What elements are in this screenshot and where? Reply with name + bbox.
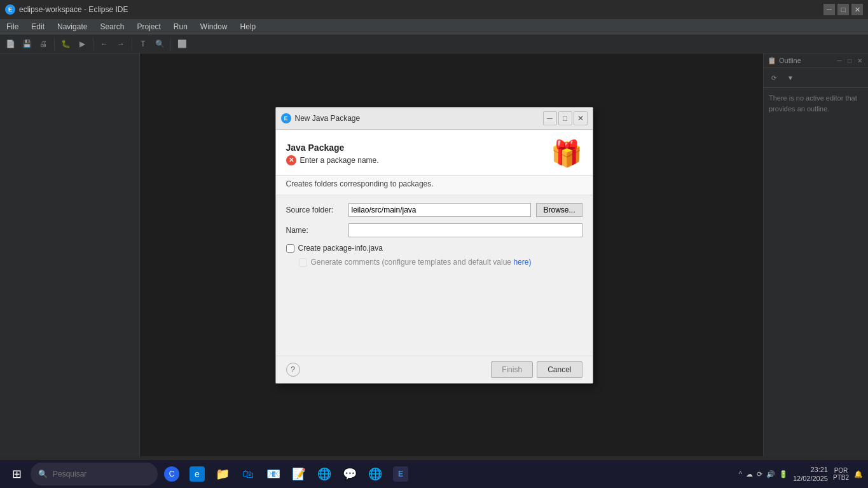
taskbar-icon-store[interactable]: 🛍 — [237, 463, 259, 485]
menu-edit[interactable]: Edit — [25, 19, 51, 34]
notification-bell: 🔔 — [854, 470, 863, 478]
generate-comments-row: Generate comments (configure templates a… — [299, 258, 582, 267]
menu-file[interactable]: File — [0, 19, 25, 34]
finish-button[interactable]: Finish — [491, 361, 533, 378]
taskbar-clock: 23:21 12/02/2025 — [793, 465, 828, 484]
configure-text: (configure templates and default value — [382, 258, 511, 267]
menu-navigate[interactable]: Navigate — [51, 19, 93, 34]
taskbar-search-input[interactable] — [53, 470, 142, 478]
create-pkg-info-row: Create package-info.java — [286, 244, 582, 253]
dialog-titlebar: E New Java Package ─ □ ✕ — [276, 108, 593, 130]
source-folder-label: Source folder: — [286, 206, 343, 214]
source-folder-row: Source folder: Browse... — [286, 203, 582, 217]
cloud-icon: ☁ — [746, 470, 753, 478]
create-pkg-info-checkbox[interactable] — [286, 244, 294, 253]
dialog-titlebar-left: E New Java Package — [281, 113, 361, 123]
taskbar-icon-chromium[interactable]: 🌐 — [364, 463, 387, 485]
configure-here-link[interactable]: here) — [513, 258, 531, 267]
clock-time: 23:21 — [793, 465, 828, 474]
new-java-package-dialog: E New Java Package ─ □ ✕ Java Package ✕ — [275, 107, 593, 384]
maximize-button[interactable]: □ — [837, 4, 849, 15]
menu-search[interactable]: Search — [93, 19, 130, 34]
sticky-icon: 📝 — [291, 466, 307, 482]
tray-up-icon: ^ — [739, 470, 742, 478]
name-row: Name: — [286, 223, 582, 237]
clock-date: 12/02/2025 — [793, 474, 828, 483]
taskbar-icon-cortana[interactable]: C — [160, 463, 183, 485]
error-icon: ✕ — [286, 155, 296, 165]
error-message: Enter a package name. — [300, 156, 379, 165]
taskbar-right: ^ ☁ ⟳ 🔊 🔋 23:21 12/02/2025 POR PTB2 🔔 — [739, 465, 863, 484]
dialog-overlay: E New Java Package ─ □ ✕ Java Package ✕ — [0, 34, 868, 456]
window-title: eclipse-workspace - Eclipse IDE — [19, 5, 128, 14]
taskbar-search-box[interactable]: 🔍 — [31, 463, 158, 485]
taskbar-icon-edge[interactable]: e — [186, 463, 209, 485]
minimize-button[interactable]: ─ — [823, 4, 835, 15]
title-bar: E eclipse-workspace - Eclipse IDE ─ □ ✕ — [0, 0, 868, 19]
search-icon: 🔍 — [38, 470, 48, 478]
battery-icon: 🔋 — [779, 470, 788, 478]
explorer-icon: 📁 — [215, 466, 230, 482]
cancel-button[interactable]: Cancel — [537, 361, 582, 378]
app-logo: E — [5, 4, 15, 15]
system-tray: ^ ☁ ⟳ 🔊 🔋 — [739, 470, 788, 478]
taskbar-icon-eclipse[interactable]: E — [389, 463, 412, 485]
speaker-icon: 🔊 — [766, 470, 775, 478]
dialog-body: Java Package ✕ Enter a package name. 🎁 C… — [276, 130, 593, 383]
whatsapp-icon: 💬 — [342, 466, 357, 482]
dialog-footer: ? Finish Cancel — [276, 356, 593, 383]
dialog-minimize-button[interactable]: ─ — [543, 111, 557, 125]
taskbar-icon-chrome[interactable]: 🌐 — [313, 463, 336, 485]
dialog-window-controls: ─ □ ✕ — [543, 111, 588, 125]
create-pkg-info-label: Create package-info.java — [298, 244, 383, 253]
window-controls: ─ □ ✕ — [823, 4, 863, 15]
taskbar-icon-explorer[interactable]: 📁 — [211, 463, 234, 485]
dialog-description: Creates folders corresponding to package… — [276, 175, 593, 195]
dialog-header: Java Package ✕ Enter a package name. 🎁 — [276, 130, 593, 175]
cortana-icon: C — [164, 466, 179, 482]
close-button[interactable]: ✕ — [851, 4, 863, 15]
generate-comments-label: Generate comments (configure templates a… — [311, 258, 532, 267]
dialog-spacer — [276, 279, 593, 356]
locale-label: POR PTB2 — [833, 467, 849, 481]
menu-project[interactable]: Project — [130, 19, 167, 34]
browse-button[interactable]: Browse... — [536, 203, 582, 217]
menu-bar: File Edit Navigate Search Project Run Wi… — [0, 19, 868, 34]
dialog-maximize-button[interactable]: □ — [558, 111, 572, 125]
dialog-title: New Java Package — [295, 114, 361, 123]
name-input[interactable] — [348, 223, 582, 237]
taskbar-icon-outlook[interactable]: 📧 — [262, 463, 285, 485]
dialog-header-text: Java Package ✕ Enter a package name. — [286, 143, 379, 165]
dialog-form: Source folder: Browse... Name: Create pa… — [276, 195, 593, 279]
outlook-icon: 📧 — [266, 466, 281, 482]
help-button[interactable]: ? — [286, 363, 300, 377]
store-icon: 🛍 — [240, 466, 256, 482]
taskbar: ⊞ 🔍 C e 📁 🛍 📧 📝 🌐 💬 🌐 E ^ ☁ ⟳ 🔊 🔋 — [0, 460, 868, 488]
generate-comments-checkbox[interactable] — [299, 258, 307, 267]
taskbar-icon-whatsapp[interactable]: 💬 — [338, 463, 361, 485]
menu-window[interactable]: Window — [194, 19, 234, 34]
chromium-icon: 🌐 — [368, 466, 383, 482]
dialog-main-title: Java Package — [286, 143, 379, 153]
menu-run[interactable]: Run — [167, 19, 194, 34]
dialog-error-row: ✕ Enter a package name. — [286, 155, 379, 165]
chrome-icon: 🌐 — [317, 466, 332, 482]
dialog-description-text: Creates folders corresponding to package… — [286, 179, 434, 188]
refresh-icon: ⟳ — [757, 470, 762, 478]
start-button[interactable]: ⊞ — [5, 463, 28, 485]
source-folder-input[interactable] — [348, 203, 532, 217]
taskbar-icon-sticky[interactable]: 📝 — [287, 463, 310, 485]
dialog-close-button[interactable]: ✕ — [574, 111, 588, 125]
package-icon: 🎁 — [551, 139, 582, 169]
name-label: Name: — [286, 226, 343, 235]
eclipse-icon: E — [393, 466, 408, 482]
dialog-footer-buttons: Finish Cancel — [491, 361, 582, 378]
edge-icon: e — [189, 466, 205, 482]
menu-help[interactable]: Help — [234, 19, 263, 34]
dialog-logo: E — [281, 113, 291, 123]
